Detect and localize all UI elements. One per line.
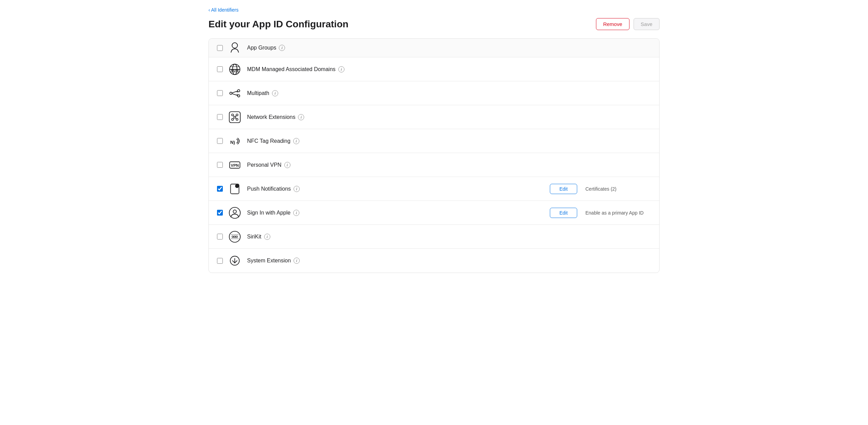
name-system-extension: System Extensioni [247, 258, 654, 264]
info-icon-sirikit[interactable]: i [264, 234, 270, 240]
svg-line-18 [233, 115, 234, 116]
icon-sign-in-apple [225, 206, 244, 219]
icon-sirikit [225, 230, 244, 243]
checkbox-container-sirikit [214, 234, 225, 239]
info-icon-nfc-tag-reading[interactable]: i [293, 138, 299, 144]
checkbox-network-extensions[interactable] [217, 114, 223, 120]
info-icon-network-extensions[interactable]: i [298, 114, 304, 120]
actions-push-notifications: EditCertificates (2) [550, 184, 654, 194]
icon-nfc-tag-reading: N) [225, 135, 244, 148]
actions-sign-in-apple: EditEnable as a primary App ID [550, 208, 654, 218]
capability-row-mdm-managed: MDM MDM Managed Associated Domainsi [209, 57, 659, 81]
capability-row-network-extensions: Network Extensionsi [209, 105, 659, 129]
name-text-sirikit: SiriKit [247, 234, 261, 240]
name-multipath: Multipathi [247, 90, 654, 96]
back-link[interactable]: ‹ All Identifiers [208, 7, 239, 13]
name-text-personal-vpn: Personal VPN [247, 162, 282, 168]
checkbox-personal-vpn[interactable] [217, 162, 223, 168]
edit-button-push-notifications[interactable]: Edit [550, 184, 577, 194]
remove-button[interactable]: Remove [596, 18, 629, 30]
svg-point-26 [235, 184, 239, 188]
svg-point-30 [232, 236, 234, 237]
name-text-network-extensions: Network Extensions [247, 114, 295, 120]
header-buttons: Remove Save [596, 18, 660, 30]
name-text-system-extension: System Extension [247, 258, 291, 264]
save-button: Save [634, 18, 660, 30]
checkbox-multipath[interactable] [217, 90, 223, 96]
icon-mdm-managed: MDM [225, 63, 244, 76]
name-text-sign-in-apple: Sign In with Apple [247, 210, 290, 216]
svg-point-28 [233, 210, 236, 213]
checkbox-container-system-extension [214, 258, 225, 264]
name-push-notifications: Push Notificationsi [247, 186, 550, 192]
name-text-nfc-tag-reading: NFC Tag Reading [247, 138, 290, 144]
svg-text:VPN: VPN [231, 163, 239, 167]
status-sign-in-apple: Enable as a primary App ID [585, 210, 654, 216]
info-icon-system-extension[interactable]: i [294, 258, 300, 264]
svg-text:MDM: MDM [231, 68, 239, 72]
checkbox-container-push-notifications [214, 186, 225, 192]
capabilities-list: App Groups i MDM MDM Managed Associated … [208, 38, 660, 273]
partial-cap-name: App Groups [247, 45, 276, 51]
checkbox-sirikit[interactable] [217, 234, 223, 239]
name-text-mdm-managed: MDM Managed Associated Domains [247, 66, 336, 72]
svg-point-8 [238, 90, 240, 92]
edit-button-sign-in-apple[interactable]: Edit [550, 208, 577, 218]
checkbox-system-extension[interactable] [217, 258, 223, 264]
capability-row-personal-vpn: VPN Personal VPNi [209, 153, 659, 177]
info-icon-sign-in-apple[interactable]: i [293, 210, 299, 216]
status-push-notifications: Certificates (2) [585, 186, 654, 192]
page-title: Edit your App ID Configuration [208, 19, 349, 30]
name-personal-vpn: Personal VPNi [247, 162, 654, 168]
partial-checkbox[interactable] [217, 45, 223, 51]
capability-row-multipath: Multipathi [209, 81, 659, 105]
info-icon[interactable]: i [279, 45, 285, 51]
header: Edit your App ID Configuration Remove Sa… [208, 18, 660, 30]
capability-row-push-notifications: Push NotificationsiEditCertificates (2) [209, 177, 659, 201]
name-mdm-managed: MDM Managed Associated Domainsi [247, 66, 654, 72]
capability-row-system-extension: System Extensioni [209, 249, 659, 273]
capability-row-sign-in-apple: Sign In with AppleiEditEnable as a prima… [209, 201, 659, 225]
info-icon-push-notifications[interactable]: i [294, 186, 300, 192]
name-sign-in-apple: Sign In with Applei [247, 210, 550, 216]
icon-system-extension [225, 254, 244, 267]
svg-point-29 [229, 231, 240, 242]
svg-line-21 [235, 118, 236, 119]
checkbox-container-personal-vpn [214, 162, 225, 168]
svg-point-31 [234, 236, 236, 237]
svg-line-19 [235, 115, 236, 116]
checkbox-container-nfc-tag-reading [214, 138, 225, 144]
name-network-extensions: Network Extensionsi [247, 114, 654, 120]
name-text-multipath: Multipath [247, 90, 269, 96]
checkbox-sign-in-apple[interactable] [217, 210, 223, 216]
info-icon-mdm-managed[interactable]: i [338, 66, 344, 72]
name-sirikit: SiriKiti [247, 234, 654, 240]
checkbox-container-sign-in-apple [214, 210, 225, 216]
checkbox-mdm-managed[interactable] [217, 66, 223, 72]
icon-multipath [225, 87, 244, 100]
name-text-push-notifications: Push Notifications [247, 186, 291, 192]
icon-network-extensions [225, 111, 244, 124]
capability-row-nfc-tag-reading: N) NFC Tag Readingi [209, 129, 659, 153]
checkbox-nfc-tag-reading[interactable] [217, 138, 223, 144]
capability-row-sirikit: SiriKiti [209, 225, 659, 249]
checkbox-push-notifications[interactable] [217, 186, 223, 192]
partial-row: App Groups i [209, 39, 659, 57]
checkbox-container-multipath [214, 90, 225, 96]
info-icon-personal-vpn[interactable]: i [284, 162, 290, 168]
checkbox-container-network-extensions [214, 114, 225, 120]
svg-text:N): N) [230, 139, 235, 145]
info-icon-multipath[interactable]: i [272, 90, 278, 96]
svg-point-32 [236, 236, 238, 237]
checkbox-container-mdm-managed [214, 66, 225, 72]
svg-point-0 [232, 43, 238, 48]
icon-push-notifications [225, 182, 244, 195]
svg-point-7 [230, 92, 232, 94]
svg-rect-12 [229, 111, 240, 122]
svg-point-9 [238, 95, 240, 97]
svg-line-20 [233, 118, 234, 119]
icon-personal-vpn: VPN [225, 159, 244, 172]
name-nfc-tag-reading: NFC Tag Readingi [247, 138, 654, 144]
